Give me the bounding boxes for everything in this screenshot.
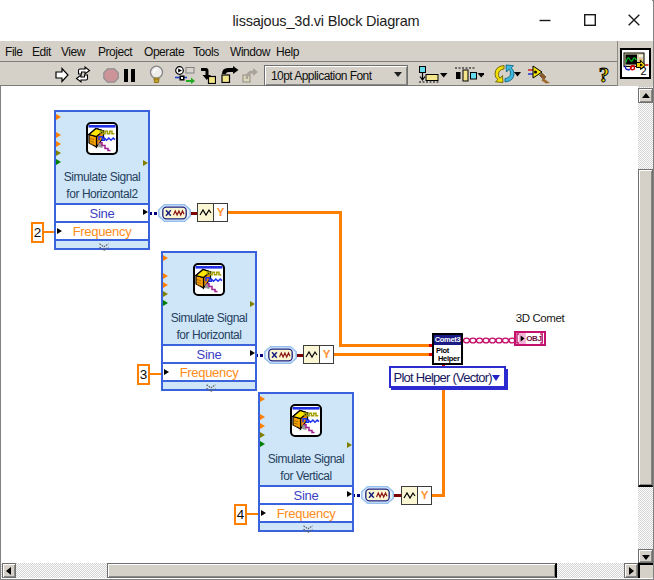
- svg-text:OBJ: OBJ: [526, 334, 541, 343]
- svg-text:?: ?: [599, 64, 610, 86]
- svg-text:2: 2: [640, 65, 646, 77]
